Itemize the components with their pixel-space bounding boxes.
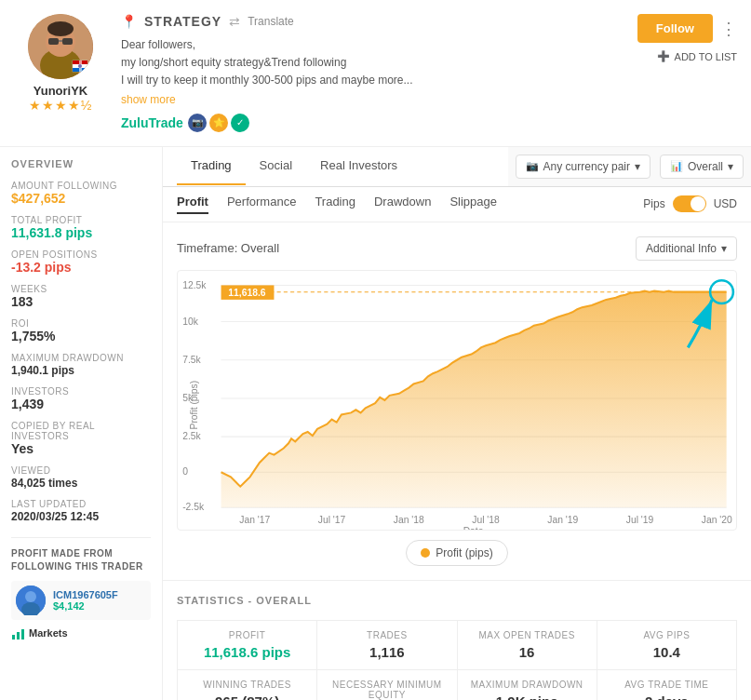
open-positions-stat: OPEN POSITIONS -13.2 pips xyxy=(11,249,151,275)
statistics-grid: PROFIT 11,618.6 pips TRADES 1,116 MAX OP… xyxy=(177,620,737,700)
period-filter[interactable]: 📊 Overall ▾ xyxy=(660,155,744,179)
pips-label: Pips xyxy=(643,197,664,210)
svg-text:Jul '17: Jul '17 xyxy=(318,514,346,524)
legend-profit: Profit (pips) xyxy=(406,540,507,566)
translate-icon: ⇄ xyxy=(229,14,240,29)
svg-rect-16 xyxy=(17,632,20,639)
tab-real-investors[interactable]: Real Investors xyxy=(306,147,411,185)
max-drawdown-label: MAXIMUM DRAWDOWN xyxy=(11,353,151,363)
chevron-down-icon-2: ▾ xyxy=(728,160,733,173)
amount-following-stat: AMOUNT FOLLOWING $427,652 xyxy=(11,181,151,206)
sub-tabs: Profit Performance Trading Drawdown Slip… xyxy=(163,187,751,222)
svg-point-6 xyxy=(47,21,74,36)
sub-tab-profit[interactable]: Profit xyxy=(177,195,208,214)
sub-tab-performance[interactable]: Performance xyxy=(227,195,296,214)
svg-point-13 xyxy=(25,591,36,602)
copied-label: COPIED BY REAL INVESTORS xyxy=(11,421,151,441)
svg-text:Jan '20: Jan '20 xyxy=(702,514,732,524)
tab-trading[interactable]: Trading xyxy=(177,147,246,185)
broker-logo-area: Markets xyxy=(11,626,151,640)
roi-value: 1,755% xyxy=(11,329,55,343)
strategy-header: 📍 STRATEGY ⇄ Translate xyxy=(121,14,624,29)
strategy-section: 📍 STRATEGY ⇄ Translate Dear followers, m… xyxy=(107,14,637,132)
svg-text:12.5k: 12.5k xyxy=(182,279,207,289)
toggle-switch[interactable] xyxy=(673,195,706,212)
trader-card-avatar xyxy=(16,586,46,615)
strategy-text: Dear followers, my long/short equity str… xyxy=(121,36,624,90)
broker-name: Markets xyxy=(29,627,68,639)
stat-winning: WINNING TRADES 965 (87%) xyxy=(178,670,316,700)
main-tabs-row: Trading Social Real Investors 📷 Any curr… xyxy=(163,147,751,187)
weeks-value: 183 xyxy=(11,294,33,309)
tab-social[interactable]: Social xyxy=(246,147,306,185)
stat-max-drawdown-value: 1.9K pips xyxy=(467,693,587,700)
add-icon: ➕ xyxy=(657,50,670,62)
profit-title: PROFIT MADE FROM FOLLOWING THIS TRADER xyxy=(11,547,151,573)
stat-avg-pips-label: AVG PIPS xyxy=(607,630,727,640)
top-section: YunoriYK ★★★★½ 📍 STRATEGY ⇄ Translate De… xyxy=(0,0,751,147)
zulutrade-logo: ZuluTrade xyxy=(121,115,183,130)
copied-value: Yes xyxy=(11,441,34,456)
chevron-down-icon-3: ▾ xyxy=(721,242,727,255)
svg-text:0: 0 xyxy=(182,466,188,477)
investors-stat: INVESTORS 1,439 xyxy=(11,386,151,411)
add-to-list-button[interactable]: ➕ ADD TO LIST xyxy=(657,50,737,62)
trader-card-name: ICM1967605F xyxy=(53,589,146,600)
avatar xyxy=(28,14,93,79)
badge-check: ✓ xyxy=(231,114,249,132)
stat-avg-trade-time: AVG TRADE TIME 2 days xyxy=(597,670,736,700)
sub-tab-trading[interactable]: Trading xyxy=(315,195,355,214)
currency-pair-filter[interactable]: 📷 Any currency pair ▾ xyxy=(516,155,650,179)
show-more-link[interactable]: show more xyxy=(121,93,624,106)
stat-avg-trade-time-label: AVG TRADE TIME xyxy=(607,680,727,690)
stat-profit-value: 11,618.6 pips xyxy=(187,644,307,660)
stat-avg-trade-time-value: 2 days xyxy=(607,693,727,700)
weeks-stat: WEEKS 183 xyxy=(11,284,151,309)
action-buttons: Follow ⋮ ➕ ADD TO LIST xyxy=(637,14,737,62)
usd-label: USD xyxy=(714,197,737,210)
strategy-title: STRATEGY xyxy=(144,14,221,29)
stat-winning-label: WINNING TRADES xyxy=(187,680,307,690)
trader-card[interactable]: ICM1967605F $4,142 xyxy=(11,581,151,620)
stat-profit: PROFIT 11,618.6 pips xyxy=(178,621,316,669)
svg-text:Jul '19: Jul '19 xyxy=(626,514,654,524)
viewed-label: VIEWED xyxy=(11,465,151,476)
svg-text:2.5k: 2.5k xyxy=(182,431,201,441)
open-positions-label: OPEN POSITIONS xyxy=(11,249,151,260)
weeks-label: WEEKS xyxy=(11,284,151,294)
stat-min-equity: NECESSARY MINIMUM EQUITY $492 xyxy=(317,670,456,700)
bar-chart-icon: 📊 xyxy=(670,160,683,172)
currency-pair-label: Any currency pair xyxy=(543,160,630,173)
sub-tab-drawdown[interactable]: Drawdown xyxy=(374,195,431,214)
additional-info-button[interactable]: Additional Info ▾ xyxy=(636,236,737,261)
svg-rect-15 xyxy=(12,635,15,639)
stat-max-drawdown: MAXIMUM DRAWDOWN 1.9K pips xyxy=(458,670,597,700)
stat-avg-pips: AVG PIPS 10.4 xyxy=(597,621,736,669)
avatar-section: YunoriYK ★★★★½ xyxy=(14,14,107,113)
main-content: OVERVIEW AMOUNT FOLLOWING $427,652 TOTAL… xyxy=(0,147,751,700)
trader-card-profit: $4,142 xyxy=(53,600,146,612)
svg-rect-17 xyxy=(21,629,24,639)
translate-button[interactable]: Translate xyxy=(248,15,294,28)
camera-icon: 📷 xyxy=(526,160,539,172)
period-label: Overall xyxy=(688,160,723,173)
location-icon: 📍 xyxy=(121,14,137,29)
menu-icon[interactable]: ⋮ xyxy=(720,19,737,39)
chart-svg: 12.5k 10k 7.5k 5k 2.5k 0 -2.5k Profit (p… xyxy=(178,271,736,530)
svg-text:Jan '19: Jan '19 xyxy=(547,514,578,524)
badge-icons: 📷 ⭐ ✓ xyxy=(188,114,249,132)
last-updated-value: 2020/03/25 12:45 xyxy=(11,510,99,523)
stat-max-open: MAX OPEN TRADES 16 xyxy=(458,621,597,669)
last-updated-stat: LAST UPDATED 2020/03/25 12:45 xyxy=(11,499,151,523)
trader-card-info: ICM1967605F $4,142 xyxy=(53,589,146,612)
svg-text:Jan '18: Jan '18 xyxy=(394,514,424,524)
follow-button[interactable]: Follow xyxy=(637,14,713,43)
sub-tab-slippage[interactable]: Slippage xyxy=(449,195,497,214)
svg-point-11 xyxy=(78,64,82,68)
svg-text:11,618.6: 11,618.6 xyxy=(228,287,266,297)
pips-usd-toggle: Pips USD xyxy=(643,195,737,212)
filter-row: 📷 Any currency pair ▾ 📊 Overall ▾ xyxy=(508,147,751,186)
stat-trades-value: 1,116 xyxy=(327,644,447,660)
main-tabs: Trading Social Real Investors xyxy=(163,147,508,185)
viewed-value: 84,025 times xyxy=(11,477,77,490)
